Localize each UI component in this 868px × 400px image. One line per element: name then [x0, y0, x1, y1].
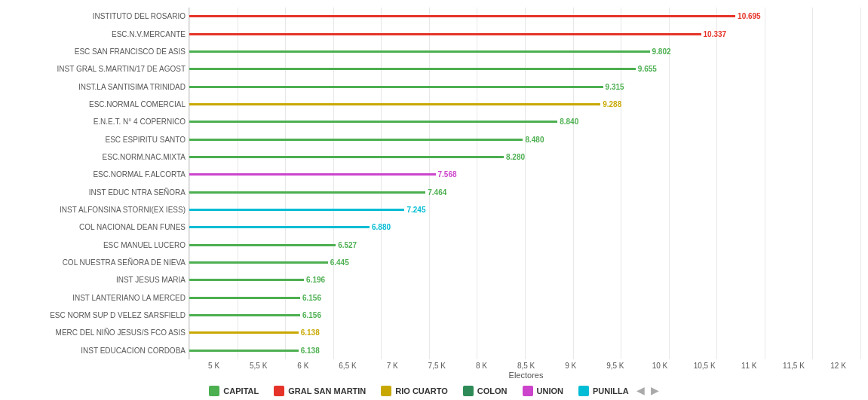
x-tick-label: 5,5 K [236, 362, 281, 370]
x-tick-label: 6 K [281, 362, 325, 370]
bar-row: 9.802 [189, 44, 860, 59]
bar [189, 191, 425, 194]
y-label: INST GRAL S.MARTIN/17 DE AGOST [8, 62, 186, 76]
y-label: ESC.N.V.MERCANTE [8, 27, 186, 41]
bar [189, 103, 600, 105]
bar-value-label: 9.802 [652, 47, 671, 56]
grid-line [621, 8, 621, 359]
grid-line [285, 8, 286, 359]
x-tick-label: 11 K [727, 362, 771, 370]
y-label: ESC.NORM.NAC.MIXTA [8, 150, 186, 164]
prev-arrow[interactable]: ◀ [636, 384, 645, 396]
grid-line [812, 8, 813, 359]
y-label: INST EDUC NTRA SEÑORA [8, 185, 186, 200]
grid-line [477, 8, 477, 359]
bar [189, 331, 299, 334]
grid-line [238, 8, 238, 359]
x-tick-label: 11,5 K [771, 362, 816, 370]
x-tick-label: 6,5 K [325, 362, 370, 370]
bar [189, 314, 300, 316]
legend-label: GRAL SAN MARTIN [288, 386, 366, 395]
bar-value-label: 7.245 [406, 206, 425, 214]
bar-value-label: 6.880 [372, 223, 391, 231]
legend: CAPITALGRAL SAN MARTINRIO CUARTOCOLONUNI… [209, 380, 628, 400]
legend-label: UNION [537, 386, 563, 395]
bar-row: 7.568 [189, 167, 860, 182]
legend-color [463, 386, 474, 396]
bar-row: 8.480 [189, 133, 860, 147]
y-label: ESC SAN FRANCISCO DE ASIS [8, 44, 186, 59]
legend-item: PUNILLA [578, 386, 629, 396]
bar [189, 15, 735, 17]
bar-value-label: 8.840 [560, 118, 578, 126]
x-axis-title: Electores [8, 371, 860, 380]
x-tick-label: 7 K [370, 362, 415, 370]
bar-value-label: 6.445 [330, 258, 349, 267]
bar [189, 244, 336, 246]
bar-value-label: 8.280 [506, 153, 525, 161]
y-label: INST LANTERIANO LA MERCED [8, 291, 186, 305]
y-label: INST EDUCACION CORDOBA [8, 344, 186, 358]
bar-value-label: 6.196 [306, 276, 325, 284]
bar-value-label: 9.288 [603, 100, 621, 108]
legend-color [274, 386, 284, 396]
x-tick-label: 5 K [192, 362, 236, 370]
y-label: MERC DEL NIÑO JESUS/S FCO ASIS [8, 325, 186, 340]
bar-value-label: 9.315 [606, 83, 624, 91]
legend-color [578, 386, 589, 396]
y-axis: INSTITUTO DEL ROSARIOESC.N.V.MERCANTEESC… [8, 8, 189, 359]
y-label: E.N.E.T. N° 4 COPERNICO [8, 115, 186, 129]
bar [189, 86, 603, 88]
grid-line [189, 8, 190, 359]
bar-value-label: 10.695 [738, 12, 761, 20]
y-label: ESC MANUEL LUCERO [8, 238, 186, 252]
bar [189, 68, 636, 70]
legend-color [523, 386, 533, 396]
bar-value-label: 6.156 [302, 294, 321, 302]
grid-line [525, 8, 526, 359]
bar [189, 50, 650, 53]
bar [189, 156, 504, 158]
legend-label: COLON [477, 386, 508, 395]
next-arrow[interactable]: ▶ [651, 384, 659, 396]
y-label: INST ALFONSINA STORNI(EX IESS) [8, 203, 186, 217]
bar-row: 8.280 [189, 150, 860, 164]
bar-row: 6.138 [189, 325, 860, 340]
legend-item: GRAL SAN MARTIN [274, 386, 366, 396]
bar-row: 6.880 [189, 220, 860, 234]
bar-row: 7.245 [189, 203, 860, 217]
legend-color [209, 386, 219, 396]
bar-row: 6.527 [189, 238, 860, 252]
bar-value-label: 10.337 [704, 30, 727, 38]
bar-row: 9.315 [189, 80, 860, 94]
y-label: INST.LA SANTISIMA TRINIDAD [8, 80, 186, 94]
bar [189, 121, 557, 123]
legend-row: CAPITALGRAL SAN MARTINRIO CUARTOCOLONUNI… [8, 380, 860, 400]
grid-line [716, 8, 717, 359]
legend-item: UNION [523, 386, 563, 396]
grid-line [573, 8, 574, 359]
y-label: COL NACIONAL DEAN FUNES [8, 220, 186, 234]
chart-container: INSTITUTO DEL ROSARIOESC.N.V.MERCANTEESC… [0, 0, 868, 400]
x-tick-label: 8 K [459, 362, 504, 370]
legend-item: COLON [463, 386, 508, 396]
bar-row: 10.695 [189, 9, 860, 23]
x-tick-label: 8,5 K [504, 362, 548, 370]
bar-value-label: 6.527 [338, 241, 357, 249]
bar [189, 350, 299, 352]
bar-value-label: 6.156 [302, 311, 321, 319]
bar [189, 139, 523, 141]
legend-label: RIO CUARTO [395, 386, 447, 395]
x-tick-label: 9 K [548, 362, 593, 370]
bar [189, 279, 304, 281]
y-label: INST JESUS MARIA [8, 273, 186, 287]
grid-lines [189, 8, 860, 359]
y-label: ESC NORM SUP D VELEZ SARSFIELD [8, 308, 186, 322]
bar-row: 6.445 [189, 255, 860, 270]
bar [189, 209, 404, 211]
bar [189, 226, 370, 228]
y-label: COL NUESTRA SEÑORA DE NIEVA [8, 255, 186, 270]
grid-line [333, 8, 334, 359]
bar-row: 6.196 [189, 273, 860, 287]
bar-row: 9.655 [189, 62, 860, 76]
